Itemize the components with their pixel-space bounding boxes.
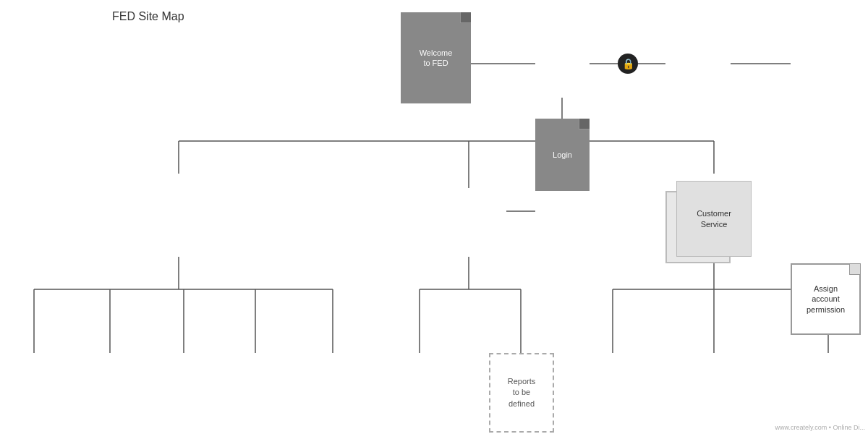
reports-tbd-label: Reports to be defined (503, 372, 540, 414)
assign-permission-node: Assign account permission (791, 263, 861, 335)
login-node: Login (535, 119, 590, 191)
page-title: FED Site Map (112, 10, 184, 23)
customer-service-label: Customer Service (692, 204, 736, 234)
welcome-node: Welcome to FED (401, 12, 471, 103)
customer-service-node: Customer Service (676, 181, 752, 257)
assign-permission-label: Assign account permission (791, 264, 860, 334)
welcome-label: Welcome to FED (401, 12, 471, 103)
reports-tbd-node: Reports to be defined (489, 353, 554, 433)
login-label: Login (535, 119, 590, 191)
lock-icon: 🔒 (618, 54, 638, 74)
watermark: www.creately.com • Online Di... (775, 424, 865, 431)
